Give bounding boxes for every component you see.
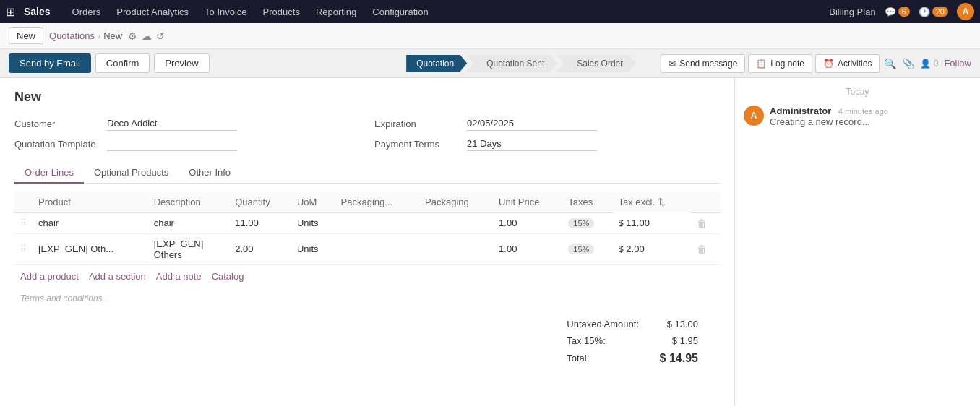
customer-value[interactable]: Deco Addict [107,116,237,131]
row1-unit-price[interactable]: 1.00 [493,212,562,233]
nav-to-invoice[interactable]: To Invoice [197,0,254,23]
note-icon: 📋 [756,59,767,69]
action-bar: Send by Email Confirm Preview Quotation … [0,49,980,78]
brand-name: Sales [24,6,51,17]
right-action-buttons: ✉ Send message 📋 Log note ⏰ Activities [661,54,880,73]
activities-button[interactable]: ⏰ Activities [815,54,880,73]
top-right-icons: 🔍 📎 👤 0 Follow [884,58,971,69]
preview-button[interactable]: Preview [154,53,209,73]
catalog-link[interactable]: Catalog [212,271,244,282]
refresh-icon[interactable]: ↺ [156,30,165,42]
nav-products[interactable]: Products [256,0,307,23]
log-note-button[interactable]: 📋 Log note [748,54,812,73]
follow-button[interactable]: Follow [944,58,971,69]
row1-product[interactable]: chair [33,212,148,233]
breadcrumb: Quotations › New [49,30,122,41]
chat-today: Today [744,87,971,97]
search-icon[interactable]: 🔍 [884,58,896,69]
tab-order-lines[interactable]: Order Lines [14,163,84,184]
col-actions [691,192,720,212]
drag-handle-2[interactable]: ⠿ [20,244,27,254]
confirm-button[interactable]: Confirm [95,53,150,73]
customer-label: Customer [14,119,101,129]
tax-label: Tax 15%: [561,333,645,348]
send-by-email-button[interactable]: Send by Email [9,53,91,73]
breadcrumb-quotations[interactable]: Quotations [49,30,95,41]
form-title: New [14,90,720,105]
chat-message: A Administrator 4 minutes ago Creating a… [744,106,971,127]
col-packaging2: Packaging [419,192,493,212]
payment-terms-label: Payment Terms [374,139,461,150]
quotation-template-value[interactable] [107,137,237,151]
clock-badge: 20 [932,7,948,17]
nav-orders[interactable]: Orders [65,0,108,23]
add-section-link[interactable]: Add a section [89,271,146,282]
follower-count: 👤 0 [920,59,938,69]
row2-tax-excl: $ 2.00 [613,233,692,264]
form-area: New Customer Deco Addict Expiration 02/0… [0,78,734,406]
nav-configuration[interactable]: Configuration [365,0,435,23]
row2-uom[interactable]: Units [291,233,335,264]
quotation-template-field-row: Quotation Template [14,137,360,151]
chat-avatar: A [744,106,764,126]
cloud-icon[interactable]: ☁ [142,30,152,42]
untaxed-label: Untaxed Amount: [561,317,645,332]
col-tax-excl: Tax excl. ⇅ [613,192,692,212]
reorder-icon[interactable]: ⇅ [658,197,666,207]
row1-quantity[interactable]: 11.00 [229,212,291,233]
main-content: New Customer Deco Addict Expiration 02/0… [0,78,980,406]
pipeline-step-sent[interactable]: Quotation Sent [466,55,557,72]
total-value: $ 14.95 [646,350,704,367]
quotation-template-label: Quotation Template [14,139,101,150]
add-links: Add a product Add a section Add a note C… [14,265,720,288]
tab-optional-products[interactable]: Optional Products [84,163,179,184]
app-grid-icon[interactable]: ⊞ [6,5,15,19]
chat-content: Administrator 4 minutes ago Creating a n… [770,106,888,127]
paperclip-icon[interactable]: 📎 [902,58,914,69]
chat-badge: 6 [898,7,910,17]
drag-handle-1[interactable]: ⠿ [20,218,27,228]
activity-icon: ⏰ [823,59,834,69]
add-product-link[interactable]: Add a product [20,271,79,282]
settings-icon[interactable]: ⚙ [128,30,137,42]
payment-terms-value[interactable]: 21 Days [467,137,597,151]
row1-delete[interactable]: 🗑 [697,218,707,229]
chat-author: Administrator [770,106,831,116]
nav-reporting[interactable]: Reporting [309,0,364,23]
terms-area: Terms and conditions... [14,288,720,309]
row1-description[interactable]: chair [148,212,230,233]
pipeline-step-quotation[interactable]: Quotation [406,55,467,72]
person-icon: 👤 [920,59,931,69]
col-taxes: Taxes [562,192,612,212]
totals-area: Untaxed Amount: $ 13.00 Tax 15%: $ 1.95 … [14,309,720,374]
row2-product[interactable]: [EXP_GEN] Oth... [33,233,148,264]
breadcrumb-current: New [103,30,122,41]
terms-placeholder[interactable]: Terms and conditions... [20,293,110,303]
send-message-button[interactable]: ✉ Send message [661,54,745,73]
nav-product-analytics[interactable]: Product Analytics [109,0,196,23]
col-quantity: Quantity [229,192,291,212]
col-uom: UoM [291,192,335,212]
tax-value: $ 1.95 [646,333,704,348]
col-drag [14,192,33,212]
expiration-value[interactable]: 02/05/2025 [467,116,597,131]
status-pipeline: Quotation Quotation Sent Sales Order [406,55,636,72]
totals-table: Untaxed Amount: $ 13.00 Tax 15%: $ 1.95 … [559,315,705,369]
expiration-label: Expiration [374,119,461,129]
new-button[interactable]: New [9,27,43,44]
add-note-link[interactable]: Add a note [156,271,202,282]
row1-uom[interactable]: Units [291,212,335,233]
row2-unit-price[interactable]: 1.00 [493,233,562,264]
payment-terms-field-row: Payment Terms 21 Days [374,137,720,151]
row1-packaging1 [335,212,419,233]
nav-right: Billing Plan 💬 6 🕐 20 A [829,3,974,20]
chat-icon[interactable]: 💬 [885,7,896,17]
tab-other-info[interactable]: Other Info [179,163,241,184]
row2-delete[interactable]: 🗑 [697,244,707,255]
row2-quantity[interactable]: 2.00 [229,233,291,264]
pipeline-step-sales-order[interactable]: Sales Order [556,55,636,72]
row2-description[interactable]: [EXP_GEN]Others [148,233,230,264]
chat-time: 4 minutes ago [838,107,888,116]
clock-icon[interactable]: 🕐 [919,7,930,17]
user-avatar[interactable]: A [957,3,974,20]
